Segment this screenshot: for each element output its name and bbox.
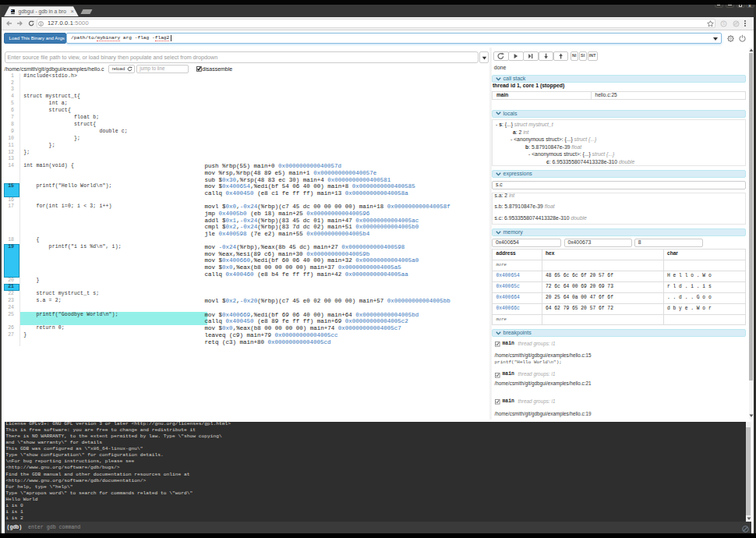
svg-text:S: S [722,21,725,26]
